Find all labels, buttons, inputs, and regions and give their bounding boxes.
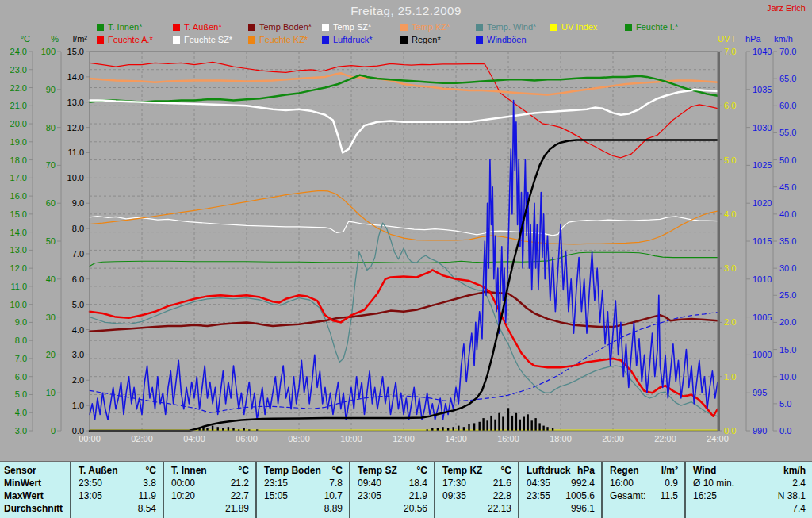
- table-avg-row-right: 21.89: [225, 502, 255, 515]
- %-tick-label: 30: [46, 313, 56, 322]
- %-tick-label: 80: [46, 123, 56, 132]
- x-tick-label: 20:00: [602, 434, 624, 443]
- rain-bar: [473, 423, 475, 431]
- table-avg-row-left: [435, 502, 442, 515]
- table-header-right: °C: [239, 464, 255, 477]
- UV-I-tick-label: 5.0: [724, 155, 736, 165]
- x-tick-label: 06:00: [236, 434, 258, 443]
- rain-bar: [463, 427, 465, 431]
- table-avg-row: 8.89: [257, 502, 349, 515]
- table-max-row: 13:0511.9: [71, 489, 163, 502]
- °C-tick-label: 9.0: [15, 317, 27, 327]
- table-min-row-left: 23:50: [71, 477, 102, 489]
- table-max-row-left: 23:55: [519, 489, 550, 502]
- l/m²-tick-label: 7.0: [72, 249, 84, 259]
- l/m²-tick-label: 9.0: [72, 198, 84, 208]
- axis-unit-label: km/h: [774, 34, 793, 44]
- table-avg-row-right: 996.1: [571, 502, 601, 515]
- table-max-row-left: 10:20: [164, 489, 195, 502]
- rain-bar: [534, 418, 536, 431]
- table-row-label: MinWert: [0, 477, 70, 489]
- rain-bar: [453, 427, 454, 431]
- °C-tick-label: 5.0: [15, 389, 27, 399]
- table-min-row-left: 04:35: [519, 477, 550, 489]
- axis-unit-label: l/m²: [73, 34, 88, 44]
- table-sensor-column: Regenl/m²16:000.9Gesamt:11.5: [601, 462, 684, 518]
- km/h-tick-label: 70.0: [779, 47, 796, 56]
- table-avg-row-right: 20.56: [404, 502, 434, 515]
- table-max-row-left: 09:35: [435, 489, 466, 502]
- table-max-row: 23:0521.9: [350, 489, 434, 502]
- km/h-tick-label: 5.0: [779, 399, 791, 409]
- table-min-row-right: 7.8: [329, 477, 349, 489]
- axis-unit-label: °C: [21, 34, 30, 44]
- table-header: Temp KZ°C: [435, 464, 518, 477]
- table-avg-row: 22.13: [435, 502, 518, 515]
- km/h-tick-label: 60.0: [779, 101, 796, 110]
- UV-I-tick-label: 4.0: [724, 209, 736, 219]
- UV-I-tick-label: 3.0: [724, 263, 736, 273]
- table-row-label-text: MinWert: [0, 477, 41, 489]
- x-tick-label: 10:00: [340, 434, 362, 443]
- table-avg-row: 20.56: [350, 502, 434, 515]
- series-t_innen: [90, 75, 718, 102]
- table-max-row-left: 23:05: [350, 489, 381, 502]
- rain-bar: [486, 420, 488, 431]
- table-min-row-left: 17:30: [435, 477, 466, 489]
- table-min-row: 00:0021.2: [164, 477, 255, 489]
- weather-chart: 3.04.05.06.07.08.09.010.011.012.013.014.…: [0, 0, 812, 461]
- table-header-right: l/m²: [661, 464, 684, 477]
- table-max-row: 16:25N 38.1: [686, 489, 812, 502]
- table-min-row-left: 00:00: [164, 477, 195, 489]
- l/m²-tick-label: 5.0: [72, 300, 84, 309]
- °C-tick-label: 14.0: [10, 228, 27, 237]
- UV-I-tick-label: 6.0: [724, 101, 736, 110]
- table-max-row-left: 15:05: [257, 489, 288, 502]
- %-tick-label: 60: [46, 198, 56, 208]
- hPa-tick-label: 990: [753, 426, 767, 436]
- °C-tick-label: 19.0: [10, 137, 27, 147]
- table-sensor-column: T. Innen°C00:0021.210:2022.721.89: [163, 462, 255, 518]
- table-min-row-right: 992.4: [571, 477, 601, 489]
- table-max-row-right: 10.7: [324, 489, 349, 502]
- table-min-row-right: 18.4: [409, 477, 434, 489]
- rain-bar: [217, 427, 219, 431]
- axis-unit-label: %: [51, 34, 59, 44]
- weather-app-window: Freitag, 25.12.2009 Jarz Erich T. Innen*…: [0, 0, 812, 518]
- table-header-left: Wind: [686, 464, 716, 477]
- table-avg-row-left: [686, 502, 693, 515]
- table-header-right: °C: [332, 464, 349, 477]
- %-tick-label: 10: [46, 388, 56, 397]
- °C-tick-label: 10.0: [10, 300, 27, 309]
- table-row-labels: SensorMinWertMaxWertDurchschnitt: [0, 462, 70, 518]
- table-header-left: T. Außen: [71, 464, 118, 477]
- table-min-row: Ø 10 min.2.4: [686, 477, 812, 489]
- table-min-row-right: 3.8: [143, 477, 163, 489]
- rain-bar: [531, 420, 533, 431]
- l/m²-tick-label: 11.0: [67, 148, 84, 157]
- table-header-left: Luftdruck: [519, 464, 570, 477]
- table-header-left: Regen: [603, 464, 639, 477]
- table-max-row: 09:3522.8: [435, 489, 518, 502]
- table-avg-row-right: 8.54: [138, 502, 163, 515]
- rain-bar: [519, 420, 521, 431]
- rain-bar: [538, 423, 540, 431]
- table-row-label-text: Durchschnitt: [0, 502, 63, 515]
- rain-bar: [482, 418, 484, 431]
- table-header-right: km/h: [783, 464, 812, 477]
- summary-table: SensorMinWertMaxWertDurchschnittT. Außen…: [0, 461, 812, 518]
- °C-tick-label: 12.0: [10, 263, 27, 273]
- °C-tick-label: 6.0: [15, 372, 27, 382]
- hPa-tick-label: 1020: [753, 198, 772, 208]
- hPa-tick-label: 1030: [753, 123, 772, 132]
- x-tick-label: 22:00: [654, 434, 676, 443]
- table-avg-row-right: 11.5: [661, 489, 684, 502]
- UV-I-tick-label: 7.0: [724, 47, 736, 56]
- series-feuchte_kz: [90, 190, 718, 244]
- rain-bar: [212, 426, 213, 431]
- %-tick-label: 70: [46, 160, 56, 170]
- x-tick-label: 18:00: [550, 434, 572, 443]
- rain-bar: [523, 417, 525, 432]
- °C-tick-label: 3.0: [15, 426, 27, 436]
- table-header-right: °C: [501, 464, 518, 477]
